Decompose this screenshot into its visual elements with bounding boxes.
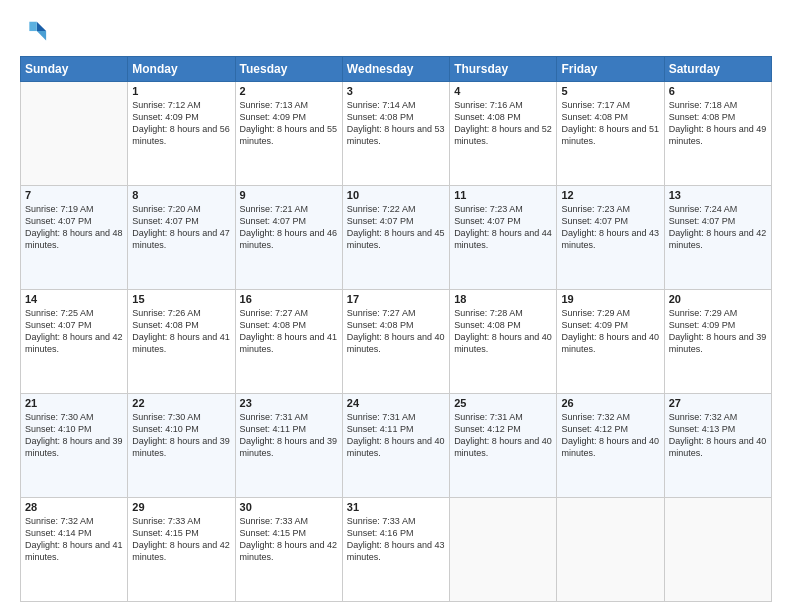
calendar-cell: 20Sunrise: 7:29 AM Sunset: 4:09 PM Dayli… — [664, 290, 771, 394]
calendar-week-row: 21Sunrise: 7:30 AM Sunset: 4:10 PM Dayli… — [21, 394, 772, 498]
calendar-cell: 1Sunrise: 7:12 AM Sunset: 4:09 PM Daylig… — [128, 82, 235, 186]
day-info: Sunrise: 7:21 AM Sunset: 4:07 PM Dayligh… — [240, 203, 338, 252]
day-info: Sunrise: 7:31 AM Sunset: 4:12 PM Dayligh… — [454, 411, 552, 460]
day-number: 8 — [132, 189, 230, 201]
day-info: Sunrise: 7:32 AM Sunset: 4:14 PM Dayligh… — [25, 515, 123, 564]
calendar-cell: 4Sunrise: 7:16 AM Sunset: 4:08 PM Daylig… — [450, 82, 557, 186]
header — [20, 18, 772, 46]
calendar-cell: 2Sunrise: 7:13 AM Sunset: 4:09 PM Daylig… — [235, 82, 342, 186]
day-info: Sunrise: 7:18 AM Sunset: 4:08 PM Dayligh… — [669, 99, 767, 148]
day-number: 4 — [454, 85, 552, 97]
day-number: 15 — [132, 293, 230, 305]
calendar-cell: 18Sunrise: 7:28 AM Sunset: 4:08 PM Dayli… — [450, 290, 557, 394]
calendar-cell: 8Sunrise: 7:20 AM Sunset: 4:07 PM Daylig… — [128, 186, 235, 290]
weekday-header-saturday: Saturday — [664, 57, 771, 82]
day-info: Sunrise: 7:29 AM Sunset: 4:09 PM Dayligh… — [561, 307, 659, 356]
calendar-cell: 10Sunrise: 7:22 AM Sunset: 4:07 PM Dayli… — [342, 186, 449, 290]
day-number: 6 — [669, 85, 767, 97]
calendar-week-row: 1Sunrise: 7:12 AM Sunset: 4:09 PM Daylig… — [21, 82, 772, 186]
day-info: Sunrise: 7:31 AM Sunset: 4:11 PM Dayligh… — [240, 411, 338, 460]
calendar-cell: 29Sunrise: 7:33 AM Sunset: 4:15 PM Dayli… — [128, 498, 235, 602]
calendar-cell: 24Sunrise: 7:31 AM Sunset: 4:11 PM Dayli… — [342, 394, 449, 498]
day-number: 13 — [669, 189, 767, 201]
day-info: Sunrise: 7:33 AM Sunset: 4:15 PM Dayligh… — [240, 515, 338, 564]
weekday-header-monday: Monday — [128, 57, 235, 82]
day-info: Sunrise: 7:16 AM Sunset: 4:08 PM Dayligh… — [454, 99, 552, 148]
day-number: 10 — [347, 189, 445, 201]
calendar-cell: 25Sunrise: 7:31 AM Sunset: 4:12 PM Dayli… — [450, 394, 557, 498]
calendar-cell: 31Sunrise: 7:33 AM Sunset: 4:16 PM Dayli… — [342, 498, 449, 602]
day-info: Sunrise: 7:25 AM Sunset: 4:07 PM Dayligh… — [25, 307, 123, 356]
day-info: Sunrise: 7:27 AM Sunset: 4:08 PM Dayligh… — [240, 307, 338, 356]
calendar-cell: 14Sunrise: 7:25 AM Sunset: 4:07 PM Dayli… — [21, 290, 128, 394]
svg-marker-1 — [37, 31, 46, 40]
logo-icon — [20, 18, 48, 46]
calendar-cell — [21, 82, 128, 186]
day-number: 26 — [561, 397, 659, 409]
day-info: Sunrise: 7:29 AM Sunset: 4:09 PM Dayligh… — [669, 307, 767, 356]
day-info: Sunrise: 7:22 AM Sunset: 4:07 PM Dayligh… — [347, 203, 445, 252]
day-number: 31 — [347, 501, 445, 513]
svg-marker-2 — [29, 22, 36, 31]
calendar-cell: 9Sunrise: 7:21 AM Sunset: 4:07 PM Daylig… — [235, 186, 342, 290]
weekday-header-sunday: Sunday — [21, 57, 128, 82]
day-info: Sunrise: 7:31 AM Sunset: 4:11 PM Dayligh… — [347, 411, 445, 460]
day-info: Sunrise: 7:33 AM Sunset: 4:15 PM Dayligh… — [132, 515, 230, 564]
day-number: 29 — [132, 501, 230, 513]
day-number: 1 — [132, 85, 230, 97]
day-number: 18 — [454, 293, 552, 305]
day-number: 30 — [240, 501, 338, 513]
day-number: 9 — [240, 189, 338, 201]
calendar-cell — [664, 498, 771, 602]
day-info: Sunrise: 7:12 AM Sunset: 4:09 PM Dayligh… — [132, 99, 230, 148]
day-number: 21 — [25, 397, 123, 409]
day-info: Sunrise: 7:23 AM Sunset: 4:07 PM Dayligh… — [561, 203, 659, 252]
day-number: 5 — [561, 85, 659, 97]
calendar-table: SundayMondayTuesdayWednesdayThursdayFrid… — [20, 56, 772, 602]
day-info: Sunrise: 7:19 AM Sunset: 4:07 PM Dayligh… — [25, 203, 123, 252]
day-info: Sunrise: 7:20 AM Sunset: 4:07 PM Dayligh… — [132, 203, 230, 252]
day-info: Sunrise: 7:28 AM Sunset: 4:08 PM Dayligh… — [454, 307, 552, 356]
calendar-cell: 23Sunrise: 7:31 AM Sunset: 4:11 PM Dayli… — [235, 394, 342, 498]
day-number: 25 — [454, 397, 552, 409]
day-number: 2 — [240, 85, 338, 97]
page: SundayMondayTuesdayWednesdayThursdayFrid… — [0, 0, 792, 612]
calendar-cell: 13Sunrise: 7:24 AM Sunset: 4:07 PM Dayli… — [664, 186, 771, 290]
calendar-cell: 22Sunrise: 7:30 AM Sunset: 4:10 PM Dayli… — [128, 394, 235, 498]
calendar-cell: 30Sunrise: 7:33 AM Sunset: 4:15 PM Dayli… — [235, 498, 342, 602]
calendar-cell: 19Sunrise: 7:29 AM Sunset: 4:09 PM Dayli… — [557, 290, 664, 394]
weekday-header-thursday: Thursday — [450, 57, 557, 82]
calendar-cell: 12Sunrise: 7:23 AM Sunset: 4:07 PM Dayli… — [557, 186, 664, 290]
calendar-cell: 6Sunrise: 7:18 AM Sunset: 4:08 PM Daylig… — [664, 82, 771, 186]
day-info: Sunrise: 7:30 AM Sunset: 4:10 PM Dayligh… — [132, 411, 230, 460]
calendar-week-row: 14Sunrise: 7:25 AM Sunset: 4:07 PM Dayli… — [21, 290, 772, 394]
day-info: Sunrise: 7:17 AM Sunset: 4:08 PM Dayligh… — [561, 99, 659, 148]
day-info: Sunrise: 7:30 AM Sunset: 4:10 PM Dayligh… — [25, 411, 123, 460]
day-info: Sunrise: 7:14 AM Sunset: 4:08 PM Dayligh… — [347, 99, 445, 148]
calendar-cell: 26Sunrise: 7:32 AM Sunset: 4:12 PM Dayli… — [557, 394, 664, 498]
day-info: Sunrise: 7:24 AM Sunset: 4:07 PM Dayligh… — [669, 203, 767, 252]
day-info: Sunrise: 7:33 AM Sunset: 4:16 PM Dayligh… — [347, 515, 445, 564]
day-number: 11 — [454, 189, 552, 201]
day-number: 28 — [25, 501, 123, 513]
calendar-cell: 16Sunrise: 7:27 AM Sunset: 4:08 PM Dayli… — [235, 290, 342, 394]
day-number: 12 — [561, 189, 659, 201]
svg-marker-0 — [37, 22, 46, 31]
calendar-cell: 27Sunrise: 7:32 AM Sunset: 4:13 PM Dayli… — [664, 394, 771, 498]
calendar-cell: 5Sunrise: 7:17 AM Sunset: 4:08 PM Daylig… — [557, 82, 664, 186]
weekday-header-wednesday: Wednesday — [342, 57, 449, 82]
calendar-cell: 28Sunrise: 7:32 AM Sunset: 4:14 PM Dayli… — [21, 498, 128, 602]
calendar-cell: 7Sunrise: 7:19 AM Sunset: 4:07 PM Daylig… — [21, 186, 128, 290]
day-number: 7 — [25, 189, 123, 201]
day-number: 3 — [347, 85, 445, 97]
weekday-header-tuesday: Tuesday — [235, 57, 342, 82]
day-info: Sunrise: 7:26 AM Sunset: 4:08 PM Dayligh… — [132, 307, 230, 356]
day-number: 20 — [669, 293, 767, 305]
calendar-week-row: 7Sunrise: 7:19 AM Sunset: 4:07 PM Daylig… — [21, 186, 772, 290]
day-number: 16 — [240, 293, 338, 305]
calendar-cell: 15Sunrise: 7:26 AM Sunset: 4:08 PM Dayli… — [128, 290, 235, 394]
calendar-cell: 3Sunrise: 7:14 AM Sunset: 4:08 PM Daylig… — [342, 82, 449, 186]
weekday-header-row: SundayMondayTuesdayWednesdayThursdayFrid… — [21, 57, 772, 82]
day-info: Sunrise: 7:32 AM Sunset: 4:12 PM Dayligh… — [561, 411, 659, 460]
weekday-header-friday: Friday — [557, 57, 664, 82]
